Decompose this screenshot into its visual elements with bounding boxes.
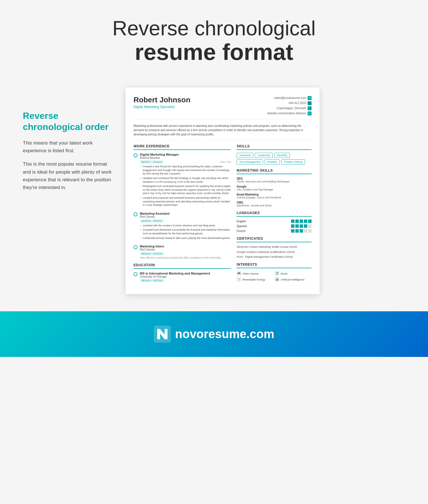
resume-body: WORK EXPERIENCE Digital Marketing Manage…	[134, 144, 312, 286]
job-dates-2: 02/2015 – 05/2017	[140, 219, 164, 223]
job-title-2: Marketing Assistant	[140, 212, 231, 215]
bullet-2-1: Assisted with the creation of press rele…	[140, 224, 231, 227]
contact-phone-text: 044 412 2019	[289, 101, 306, 106]
resume-name: Robert Johnson	[134, 95, 190, 104]
lang-dot	[300, 220, 303, 223]
lang-name: French	[237, 229, 251, 233]
job-entry-2: Marketing Assistant Riot Games 02/2015 –…	[134, 212, 231, 241]
linkedin-icon: in	[308, 111, 312, 115]
interest-item: ⚡Renewable Energy	[237, 277, 273, 282]
interests-title: INTERESTS	[237, 263, 312, 268]
interest-name: Video Games	[242, 272, 259, 275]
lang-dot	[304, 220, 307, 223]
interest-icon: 🎵	[275, 271, 279, 276]
certificates-section: CERTIFICATES SEMrush Content Marketing T…	[237, 237, 312, 259]
job-content-2: Marketing Assistant Riot Games 02/2015 –…	[140, 212, 231, 241]
email-icon: ✉	[308, 96, 312, 100]
mkt-skill-desc: Ads, Analytics and Tag Manager	[237, 188, 312, 191]
work-experience-section: WORK EXPERIENCE Digital Marketing Manage…	[134, 144, 231, 259]
resume-name-block: Robert Johnson Digital Marketing Special…	[134, 95, 190, 109]
job-bullets-1: Created a new format for reporting and p…	[140, 165, 231, 207]
lang-dot	[295, 229, 299, 233]
work-experience-title: WORK EXPERIENCE	[134, 144, 231, 150]
contact-phone-row: 044 412 2019 📞	[267, 101, 312, 106]
job-company-3: Riot Games	[140, 248, 231, 251]
edu-school-1: University of Chicago	[140, 275, 210, 278]
skill-tag: Flexibility	[274, 153, 290, 158]
marketing-skill-item: CMSWordPress, Joomla and Ghost	[237, 201, 312, 207]
location-icon: 📍	[308, 106, 312, 110]
skill-tag: Time Management	[237, 159, 263, 164]
header-line2: resume format	[11, 40, 417, 65]
interest-icon: ⚡	[237, 277, 241, 282]
logo-text: novoresume.com	[175, 327, 274, 341]
marketing-skill-item: GoogleAds, Analytics and Tag Manager	[237, 185, 312, 191]
language-row: Spanish	[237, 224, 312, 228]
bullet-1-4: Located and proposed new potential busin…	[140, 196, 231, 207]
left-title: Reverse chronological order	[23, 110, 114, 132]
job-entry-1: Digital Marketing Manager Astoria Baumax…	[134, 153, 231, 208]
marketing-skills-title: MARKETING SKILLS	[237, 168, 312, 174]
job-dot-3	[134, 245, 138, 249]
edu-dates-1: 08/2014 – 06/2016	[140, 279, 164, 282]
interest-item: 🤖Artificial Intelligence	[275, 277, 312, 282]
skill-tag: Empathy	[265, 159, 280, 164]
lang-dot	[304, 224, 307, 228]
contact-linkedin-text: linkedin.com/in/robert.Johnson	[267, 111, 306, 116]
marketing-skills-section: MARKETING SKILLS SEOAhrefs, Semrush and …	[237, 168, 312, 207]
interest-icon: 🤖	[275, 277, 279, 282]
skills-title: SKILLS	[237, 144, 312, 150]
job-company-1: Astoria Baumax	[140, 156, 231, 159]
lang-name: English	[237, 220, 251, 223]
resume-contact: robert@novoresume.com ✉ 044 412 2019 📞 C…	[267, 95, 312, 116]
lang-dot	[291, 224, 294, 228]
bullet-2-3: Conducted primary research with users pl…	[140, 236, 231, 240]
language-row: English	[237, 220, 312, 223]
certificate-item: Google Analytics Individual Qualificatio…	[237, 250, 312, 254]
edu-entry-1: MS in International Marketing and Manage…	[134, 272, 231, 282]
job-content-1: Digital Marketing Manager Astoria Baumax…	[140, 153, 231, 208]
languages-section: LANGUAGES EnglishSpanishFrench	[237, 211, 312, 233]
edu-content-1: MS in International Marketing and Manage…	[140, 272, 210, 282]
mkt-skill-name: Email Marketing	[237, 193, 312, 196]
resume-right-col: SKILLS TeamworkLeadershipFlexibilityTime…	[237, 144, 312, 286]
bullet-2-2: Compiled and distributed successfully th…	[140, 228, 231, 235]
job-dot-2	[134, 212, 138, 216]
mkt-skill-name: SEO	[237, 177, 312, 180]
contact-location-text: Copenhagen, Denmark	[277, 106, 306, 111]
lang-dots	[291, 220, 312, 223]
interest-name: Renewable Energy	[242, 278, 265, 281]
left-desc-1: This means that your latest work experie…	[23, 139, 114, 155]
edu-dot-1	[134, 272, 138, 276]
marketing-skill-item: Email MarketingActiveCampaign, Litmus an…	[237, 193, 312, 199]
skill-tag: Teamwork	[237, 153, 253, 158]
job-italic-3: Was offered a marketing assistant job af…	[140, 256, 231, 259]
lang-dot	[291, 229, 294, 233]
lang-dots	[291, 224, 312, 228]
job-dates-row-3: 08/2014 – 01/2015	[140, 252, 231, 255]
job-dates-row-2: 02/2015 – 05/2017	[140, 219, 231, 223]
edu-degree-1: MS in International Marketing and Manage…	[140, 272, 210, 275]
mkt-skill-name: CMS	[237, 201, 312, 204]
lang-dot	[308, 220, 312, 223]
interest-item: 🎮Video Games	[237, 271, 273, 276]
job-company-2: Riot Games	[140, 215, 231, 218]
job-dates-3: 08/2014 – 01/2015	[140, 252, 164, 255]
interest-icon: 🎮	[237, 271, 241, 276]
mkt-skill-desc: WordPress, Joomla and Ghost	[237, 204, 312, 207]
interests-list: 🎮Video Games🎵Music⚡Renewable Energy🤖Arti…	[237, 271, 312, 282]
languages-title: LANGUAGES	[237, 211, 312, 217]
language-row: French	[237, 229, 312, 233]
job-location-1: New York	[220, 160, 231, 163]
logo-n-svg	[154, 326, 171, 343]
contact-email-row: robert@novoresume.com ✉	[267, 95, 312, 101]
job-title-3: Marketing Intern	[140, 245, 231, 248]
job-content-3: Marketing Intern Riot Games 08/2014 – 01…	[140, 245, 231, 259]
lang-dots	[291, 229, 312, 233]
interests-section: INTERESTS 🎮Video Games🎵Music⚡Renewable E…	[237, 263, 312, 282]
contact-email-text: robert@novoresume.com	[274, 95, 306, 101]
lang-name: Spanish	[237, 225, 251, 228]
header-section: Reverse chronological resume format	[0, 0, 428, 76]
resume-header: Robert Johnson Digital Marketing Special…	[134, 95, 312, 120]
job-entry-3: Marketing Intern Riot Games 08/2014 – 01…	[134, 245, 231, 259]
